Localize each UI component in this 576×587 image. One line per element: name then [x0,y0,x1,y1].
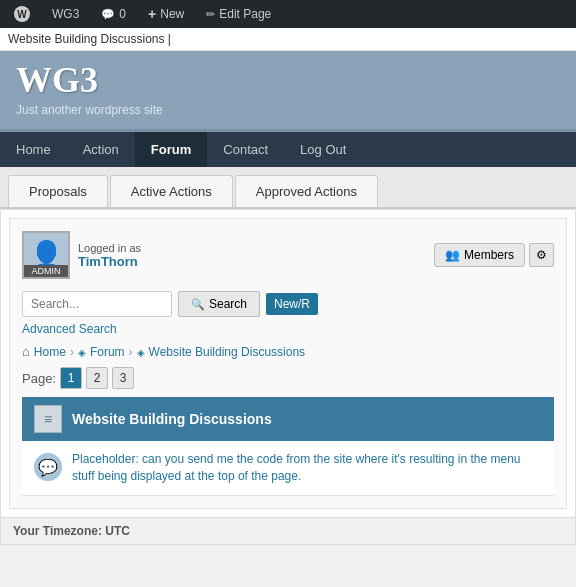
breadcrumb-bar: Website Building Discussions | [0,28,576,51]
topic-icon: ≡ [34,405,62,433]
tab-bar: Proposals Active Actions Approved Action… [0,167,576,209]
admin-bar: W WG3 0 New Edit Page [0,0,576,28]
new-label: New [160,7,184,21]
main-content: 👤 ADMIN Logged in as TimThorn 👥 Members … [0,209,576,545]
breadcrumb-forum[interactable]: Forum [90,345,125,359]
forum-icon-2 [137,345,145,359]
tab-active-actions[interactable]: Active Actions [110,175,233,207]
new-button[interactable]: New [142,0,190,28]
search-input[interactable] [22,291,172,317]
nav-menu: Home Action Forum Contact Log Out [0,132,576,167]
comments-count: 0 [119,7,126,21]
user-text: Logged in as TimThorn [78,242,141,269]
topic-title: Website Building Discussions [72,411,272,427]
message-icon: 💬 [34,453,62,481]
avatar: 👤 ADMIN [22,231,70,279]
page-label: Page: [22,371,56,386]
breadcrumb-sep-1 [70,345,74,359]
right-area: 👥 Members ⚙ [434,243,554,267]
breadcrumb-separator: | [168,32,171,46]
members-icon: 👥 [445,248,460,262]
user-bar: 👤 ADMIN Logged in as TimThorn 👥 Members … [22,231,554,279]
comments-button[interactable]: 0 [95,0,132,28]
message-text: Placeholder: can you send me the code fr… [72,451,542,485]
advanced-search-anchor[interactable]: Advanced Search [22,322,117,336]
username-text: TimThorn [78,254,141,269]
pagination: Page: 1 2 3 [22,367,554,389]
site-header: WG3 Just another wordpress site [0,51,576,132]
timezone-bar: Your Timezone: UTC [1,517,575,544]
site-name-label: WG3 [52,7,79,21]
nav-logout[interactable]: Log Out [284,132,362,167]
edit-page-label: Edit Page [219,7,271,21]
nav-forum[interactable]: Forum [135,132,207,167]
breadcrumb-text: Website Building Discussions [8,32,165,46]
extra-button[interactable]: ⚙ [529,243,554,267]
admin-label: ADMIN [24,265,68,277]
wp-logo-button[interactable]: W [8,0,36,28]
topic-header: ≡ Website Building Discussions [22,397,554,441]
forum-icon [78,345,86,359]
site-name-button[interactable]: WG3 [46,0,85,28]
home-icon [22,344,30,359]
tab-proposals[interactable]: Proposals [8,175,108,207]
page-3[interactable]: 3 [112,367,134,389]
new-post-button[interactable]: New/R [266,293,318,315]
nav-contact[interactable]: Contact [207,132,284,167]
timezone-label: Your Timezone: [13,524,102,538]
edit-page-button[interactable]: Edit Page [200,0,277,28]
search-label: Search [209,297,247,311]
wp-logo-icon: W [14,6,30,22]
site-title: WG3 [16,59,560,101]
logged-in-text: Logged in as [78,242,141,254]
breadcrumb-home[interactable]: Home [34,345,66,359]
site-tagline: Just another wordpress site [16,103,560,117]
advanced-search-link[interactable]: Advanced Search [22,321,554,336]
members-label: Members [464,248,514,262]
search-bar: Search New/R [22,291,554,317]
edit-icon [206,7,215,21]
breadcrumb-sep-2 [129,345,133,359]
nav-home[interactable]: Home [0,132,67,167]
forum-area: 👤 ADMIN Logged in as TimThorn 👥 Members … [9,218,567,509]
search-button[interactable]: Search [178,291,260,317]
message-area: 💬 Placeholder: can you send me the code … [22,441,554,496]
comment-icon [101,7,115,21]
new-post-label: New/R [274,297,310,311]
user-info: 👤 ADMIN Logged in as TimThorn [22,231,141,279]
timezone-value: UTC [105,524,130,538]
members-button[interactable]: 👥 Members [434,243,525,267]
forum-breadcrumb: Home Forum Website Building Discussions [22,344,554,359]
page-2[interactable]: 2 [86,367,108,389]
search-icon [191,297,205,311]
tab-approved-actions[interactable]: Approved Actions [235,175,378,207]
nav-action[interactable]: Action [67,132,135,167]
breadcrumb-topic[interactable]: Website Building Discussions [149,345,306,359]
plus-icon [148,6,156,22]
page-1[interactable]: 1 [60,367,82,389]
